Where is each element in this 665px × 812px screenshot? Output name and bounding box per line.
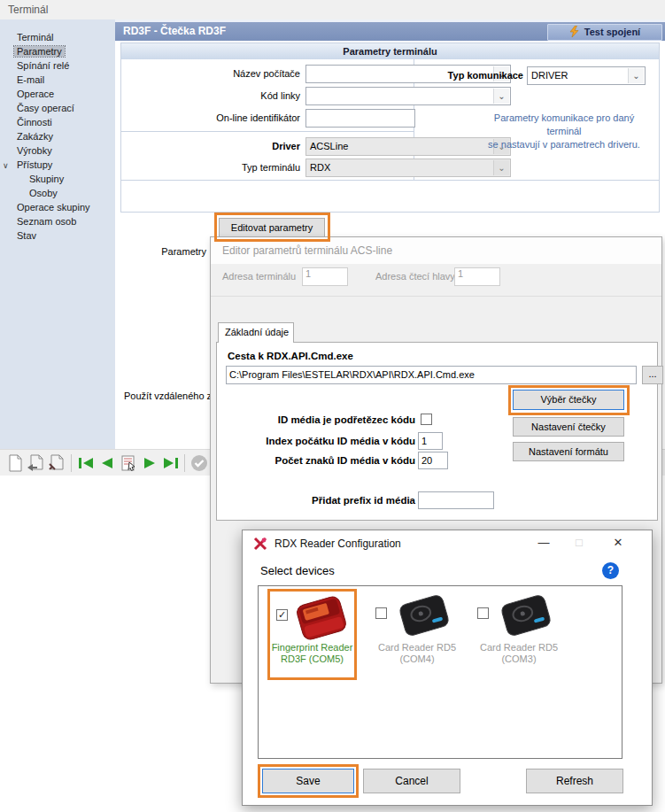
- comm-type-label: Typ komunikace: [422, 66, 523, 85]
- lightning-icon: [569, 26, 579, 37]
- window-title: Terminál: [0, 0, 665, 19]
- sidebar-item-operace-skupiny[interactable]: Operace skupiny: [0, 200, 115, 214]
- tab-page: Cesta k RDX.API.Cmd.exe C:\Program Files…: [216, 342, 658, 521]
- reader-settings-button[interactable]: Nastavení čtečky: [513, 417, 624, 437]
- separator: [211, 296, 661, 297]
- new-record-icon[interactable]: [5, 453, 25, 473]
- card-reader-image: [391, 592, 457, 639]
- next-record-icon[interactable]: [140, 453, 159, 473]
- close-button[interactable]: ✕: [603, 530, 633, 555]
- chevron-down-icon: ⌄: [493, 160, 509, 175]
- refresh-button[interactable]: Refresh: [526, 769, 623, 793]
- separator: [121, 180, 659, 181]
- device-name: (COM3): [470, 653, 568, 665]
- browse-records-icon[interactable]: [119, 453, 138, 473]
- highlight-select-reader: [508, 385, 630, 415]
- use-remote-label: Použít vzdáleného z: [124, 391, 210, 401]
- line-code-label: Kód linky: [127, 87, 300, 105]
- sidebar-item-spinani-rele[interactable]: Spínání relé: [0, 58, 115, 73]
- device-name: Card Reader RD5: [470, 642, 568, 653]
- last-record-icon[interactable]: [161, 453, 181, 473]
- delete-record-icon[interactable]: [46, 453, 66, 473]
- terminal-type-combo: RDX⌄: [305, 159, 511, 177]
- device-list: ✓ Fingerprint Reader RD3F (COM5): [258, 585, 622, 759]
- device-name: (COM4): [368, 653, 466, 665]
- sidebar-item-terminal[interactable]: Terminál: [0, 30, 115, 44]
- sidebar-tree: Terminál Parametry Spínání relé E-mail O…: [0, 19, 115, 450]
- parameters-label: Parametry: [151, 243, 206, 261]
- import-record-icon[interactable]: [26, 453, 45, 473]
- comm-type-combo[interactable]: DRIVER⌄: [527, 66, 646, 85]
- terminal-params-group: Parametry terminálu Název počítače ⌄ Kód…: [120, 43, 660, 213]
- device-name: Fingerprint Reader: [270, 642, 354, 653]
- computer-name-label: Název počítače: [127, 65, 300, 83]
- sidebar-item-casy-operaci[interactable]: Časy operací: [0, 101, 115, 115]
- cancel-button[interactable]: Cancel: [363, 769, 460, 793]
- sidebar-item-osoby[interactable]: Osoby: [0, 186, 115, 200]
- app-logo-icon: [253, 537, 267, 551]
- card-reader-image: [493, 592, 559, 639]
- minimize-button[interactable]: —: [529, 530, 559, 555]
- index-input[interactable]: 1: [418, 432, 443, 450]
- device-card-rd5-com4[interactable]: Card Reader RD5 (COM4): [368, 592, 466, 677]
- previous-record-icon[interactable]: [97, 453, 117, 473]
- exe-path-label: Cesta k RDX.API.Cmd.exe: [228, 351, 353, 361]
- device-checkbox[interactable]: ✓: [276, 609, 288, 621]
- terminal-type-label: Typ terminálu: [127, 159, 300, 177]
- driver-label: Driver: [127, 137, 300, 156]
- browse-button[interactable]: ...: [642, 366, 663, 384]
- separator: [121, 131, 414, 132]
- chevron-down-icon[interactable]: ⌄: [628, 68, 644, 83]
- device-name: Card Reader RD5: [368, 642, 466, 653]
- device-checkbox[interactable]: [477, 607, 489, 619]
- rdx-reader-config-dialog: RDX Reader Configuration — □ ✕ Select de…: [242, 530, 653, 806]
- sidebar-item-operace[interactable]: Operace: [0, 87, 115, 101]
- count-label: Počet znaků ID média v kódu: [238, 454, 415, 468]
- prefix-label: Přidat prefix id média: [238, 494, 415, 507]
- group-title: Parametry terminálu: [121, 43, 659, 59]
- chevron-down-icon[interactable]: ∨: [3, 159, 9, 173]
- line-code-combo[interactable]: ⌄: [305, 87, 511, 105]
- device-card-rd5-com3[interactable]: Card Reader RD5 (COM3): [470, 592, 568, 677]
- toolbar-separator: [71, 454, 72, 472]
- count-input[interactable]: 20: [418, 452, 448, 469]
- sidebar-item-parametry[interactable]: Parametry: [0, 44, 115, 58]
- device-name: RD3F (COM5): [270, 653, 354, 665]
- format-settings-button[interactable]: Nastavení formátu: [513, 442, 624, 461]
- sidebar-item-pristupy[interactable]: ∨Přístupy: [0, 158, 115, 172]
- index-label: Index počátku ID média v kódu: [238, 435, 415, 448]
- test-connection-button[interactable]: Test spojení: [547, 24, 662, 41]
- device-checkbox[interactable]: [375, 607, 387, 619]
- terminal-address-label: Adresa terminálu: [222, 267, 296, 286]
- sidebar-item-email[interactable]: E-mail: [0, 73, 115, 87]
- confirm-icon: [189, 453, 209, 473]
- sidebar-item-zakazky[interactable]: Zakázky: [0, 129, 115, 143]
- first-record-icon[interactable]: [76, 453, 96, 473]
- device-card-fingerprint-rd3f[interactable]: ✓ Fingerprint Reader RD3F (COM5): [267, 589, 357, 680]
- prefix-input[interactable]: [418, 491, 494, 509]
- terminal-address-input[interactable]: 1: [302, 267, 348, 286]
- online-id-label: On-line identifikátor: [127, 109, 300, 128]
- head-address-label: Adresa čtecí hlavy: [375, 267, 455, 286]
- sidebar-item-seznam-osob[interactable]: Seznam osob: [0, 214, 115, 228]
- substring-label: ID média je podřetězec kódu: [238, 414, 415, 427]
- select-devices-label: Select devices: [260, 564, 335, 577]
- sidebar-item-cinnosti[interactable]: Činnosti: [0, 115, 115, 129]
- maximize-button: □: [564, 530, 594, 555]
- head-address-input[interactable]: 1: [454, 267, 500, 286]
- highlight-edit-params: [214, 213, 330, 242]
- fingerprint-reader-image: [290, 593, 352, 643]
- sidebar-item-vyrobky[interactable]: Výrobky: [0, 143, 115, 158]
- sidebar-item-stav[interactable]: Stav: [0, 228, 115, 243]
- sidebar-item-skupiny[interactable]: Skupiny: [0, 172, 115, 186]
- highlight-save: [258, 764, 359, 798]
- tab-zakladni-udaje[interactable]: Základní údaje: [218, 322, 294, 343]
- substring-checkbox[interactable]: [421, 414, 432, 425]
- chevron-down-icon[interactable]: ⌄: [493, 89, 509, 104]
- rdx-dialog-title: RDX Reader Configuration: [275, 537, 401, 550]
- rdx-dialog-titlebar[interactable]: RDX Reader Configuration — □ ✕: [243, 530, 652, 557]
- comm-info-text: Parametry komunikace pro daný terminál s…: [476, 112, 653, 151]
- online-id-input[interactable]: [305, 109, 415, 128]
- exe-path-input[interactable]: C:\Program Files\ESTELAR\RDX\API\RDX.API…: [226, 366, 637, 384]
- help-icon[interactable]: ?: [602, 562, 619, 579]
